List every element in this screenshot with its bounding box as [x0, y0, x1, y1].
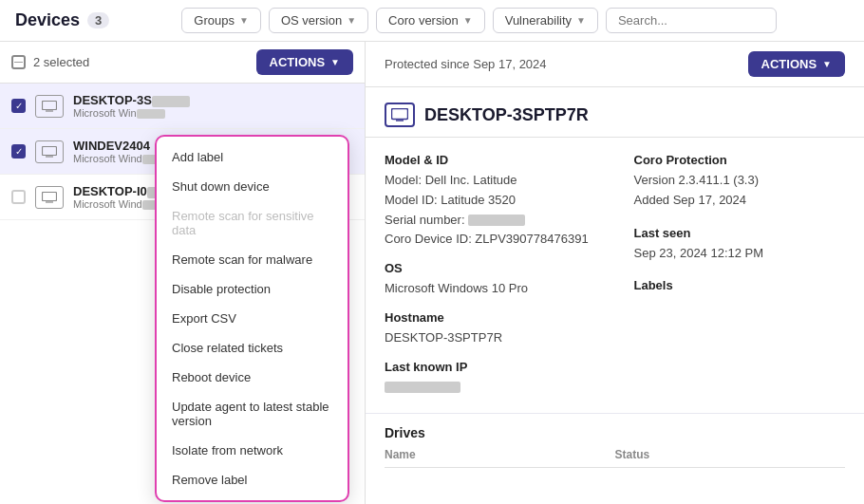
device-icon	[35, 140, 64, 163]
device-icon	[35, 186, 64, 209]
dropdown-item-remote-scan-sensitive: Remote scan for sensitive data	[157, 201, 347, 245]
vulnerability-filter-btn[interactable]: Vulnerability ▼	[493, 8, 598, 33]
dropdown-item-close-tickets[interactable]: Close related tickets	[157, 333, 347, 363]
svg-rect-0	[43, 101, 57, 109]
hostname-value: DESKTOP-3SPTP7R	[385, 328, 596, 348]
device-icon	[35, 95, 64, 118]
dropdown-item-add-label[interactable]: Add label	[157, 142, 347, 172]
devices-count-badge: 3	[87, 12, 109, 28]
detail-left-col: Model & ID Model: Dell Inc. Latitude Mod…	[385, 153, 596, 398]
coro-version-filter-btn[interactable]: Coro version ▼	[376, 8, 485, 33]
chevron-down-icon: ▼	[463, 15, 473, 26]
svg-rect-6	[392, 109, 408, 120]
chevron-down-icon: ▼	[576, 15, 586, 26]
drives-col-status: Status	[615, 448, 846, 461]
dropdown-item-remote-scan-malware[interactable]: Remote scan for malware	[157, 245, 347, 274]
select-all-checkbox[interactable]	[11, 55, 26, 69]
svg-rect-2	[43, 146, 57, 155]
last-seen-title: Last seen	[634, 226, 846, 240]
dropdown-item-isolate[interactable]: Isolate from network	[157, 436, 347, 465]
coro-device-id: Coro Device ID: ZLPV390778476391	[385, 230, 596, 250]
list-actions-button[interactable]: ACTIONS ▼	[256, 49, 353, 75]
drives-table-header: Name Status	[385, 448, 845, 468]
dropdown-item-remove-label[interactable]: Remove label	[157, 465, 347, 495]
selected-info: 2 selected	[11, 55, 89, 69]
model-id-value: Model ID: Latitude 3520	[385, 191, 596, 211]
detail-body: Model & ID Model: Dell Inc. Latitude Mod…	[366, 138, 864, 413]
device-name: DESKTOP-3S	[73, 93, 353, 107]
device-checkbox[interactable]	[11, 99, 26, 113]
os-title: OS	[385, 261, 596, 275]
chevron-down-icon: ▼	[822, 59, 832, 69]
device-checkbox[interactable]	[11, 144, 26, 159]
labels-title: Labels	[634, 278, 846, 292]
chevron-down-icon: ▼	[330, 57, 340, 67]
selected-count-label: 2 selected	[33, 55, 89, 69]
last-seen-value: Sep 23, 2024 12:12 PM	[634, 244, 846, 264]
coro-protection-title: Coro Protection	[634, 153, 846, 167]
detail-device-icon	[385, 103, 415, 127]
search-input[interactable]	[606, 8, 777, 33]
dropdown-item-disable-protection[interactable]: Disable protection	[157, 274, 347, 304]
device-checkbox[interactable]	[11, 190, 26, 204]
serial-number-blurred	[468, 215, 525, 226]
dropdown-item-export-csv[interactable]: Export CSV	[157, 304, 347, 333]
serial-number: Serial number:	[385, 211, 596, 231]
chevron-down-icon: ▼	[239, 15, 249, 26]
os-value: Microsoft Windows 10 Pro	[385, 279, 596, 299]
actions-dropdown-menu: Add label Shut down device Remote scan f…	[155, 135, 349, 502]
device-info: DESKTOP-3S Microsoft Win	[73, 93, 353, 119]
protected-since-label: Protected since Sep 17, 2024	[385, 57, 547, 71]
ip-blurred	[385, 382, 460, 393]
detail-header: Protected since Sep 17, 2024 ACTIONS ▼	[366, 42, 864, 87]
model-id-title: Model & ID	[385, 153, 596, 167]
top-header: Devices 3 Groups ▼ OS version ▼ Coro ver…	[0, 0, 864, 42]
left-panel: 2 selected ACTIONS ▼	[0, 42, 366, 504]
drives-title: Drives	[385, 414, 845, 448]
filter-bar: Groups ▼ OS version ▼ Coro version ▼ Vul…	[109, 8, 849, 33]
list-item[interactable]: DESKTOP-3S Microsoft Win	[0, 84, 365, 129]
app-container: Devices 3 Groups ▼ OS version ▼ Coro ver…	[0, 0, 864, 504]
drives-section: Drives Name Status	[366, 413, 864, 483]
list-toolbar: 2 selected ACTIONS ▼	[0, 42, 365, 84]
page-title: Devices	[15, 10, 80, 30]
detail-actions-button[interactable]: ACTIONS ▼	[748, 51, 845, 77]
drives-col-name: Name	[385, 448, 615, 461]
dropdown-item-shutdown[interactable]: Shut down device	[157, 172, 347, 201]
dropdown-item-update-agent[interactable]: Update agent to latest stable version	[157, 392, 347, 436]
last-known-ip-title: Last known IP	[385, 360, 596, 374]
detail-device-name-row: DESKTOP-3SPTP7R	[366, 87, 864, 138]
groups-filter-btn[interactable]: Groups ▼	[181, 8, 261, 33]
detail-device-title: DESKTOP-3SPTP7R	[424, 105, 589, 125]
right-panel: Protected since Sep 17, 2024 ACTIONS ▼ D…	[366, 42, 864, 504]
added-date: Added Sep 17, 2024	[634, 191, 846, 211]
svg-rect-4	[43, 192, 57, 200]
chevron-down-icon: ▼	[347, 15, 356, 26]
hostname-title: Hostname	[385, 310, 596, 325]
detail-right-col: Coro Protection Version 2.3.411.1 (3.3) …	[634, 153, 846, 398]
main-content: 2 selected ACTIONS ▼	[0, 42, 864, 504]
dropdown-item-reboot[interactable]: Reboot device	[157, 363, 347, 392]
coro-version: Version 2.3.411.1 (3.3)	[634, 171, 846, 191]
last-known-ip-value	[385, 378, 596, 398]
device-os: Microsoft Win	[73, 107, 353, 119]
os-version-filter-btn[interactable]: OS version ▼	[269, 8, 368, 33]
model-brand: Model: Dell Inc. Latitude	[385, 171, 596, 191]
devices-title-area: Devices 3	[15, 10, 109, 30]
